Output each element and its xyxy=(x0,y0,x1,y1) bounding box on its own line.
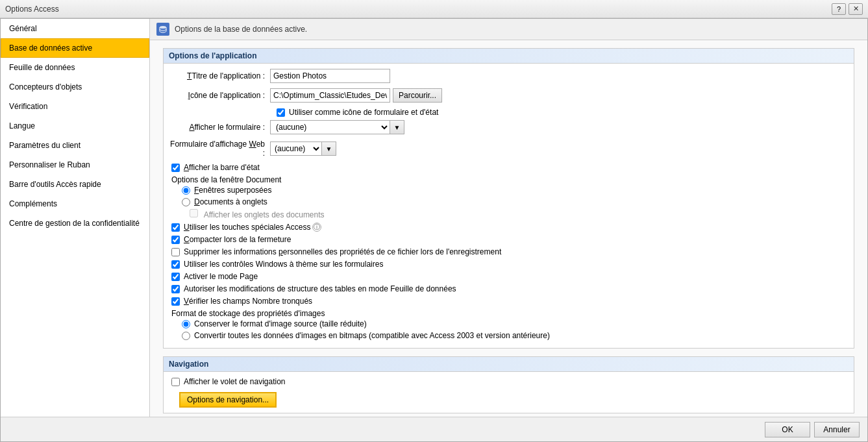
afficher-volet-label[interactable]: Afficher le volet de navigation xyxy=(184,377,286,386)
application-section-header: Options de l'application xyxy=(164,49,854,64)
documents-onglets-label[interactable]: Documents à onglets xyxy=(194,197,267,206)
fenetres-superposees-row: Fenêtres superposées xyxy=(182,186,851,195)
sidebar-item-general[interactable]: Général xyxy=(1,19,149,38)
fenetre-radios: Fenêtres superposées Documents à onglets xyxy=(166,186,851,206)
sidebar-item-concepteurs[interactable]: Concepteurs d'objets xyxy=(1,77,149,97)
main-panel: Options de la base de données active. Op… xyxy=(150,19,867,417)
touches-speciales-label[interactable]: Utiliser les touches spéciales Access xyxy=(184,223,310,232)
navigation-section-content: Afficher le volet de navigation Options … xyxy=(164,372,854,413)
utiliser-icone-label[interactable]: Utiliser comme icône de formulaire et d'… xyxy=(289,108,438,117)
touches-speciales-checkbox[interactable] xyxy=(171,223,180,232)
utiliser-icone-checkbox[interactable] xyxy=(277,108,285,117)
mode-page-label[interactable]: Activer le mode Page xyxy=(184,272,258,281)
mode-page-checkbox[interactable] xyxy=(171,273,180,281)
format-stockage-radios: Conserver le format d'image source (tail… xyxy=(166,319,851,340)
title-bar-controls: ? ✕ xyxy=(832,3,863,15)
barre-etat-row: Afficher la barre d'état xyxy=(166,163,851,172)
options-navigation-button[interactable]: Options de navigation... xyxy=(179,392,277,408)
documents-onglets-row: Documents à onglets xyxy=(182,197,851,206)
title-bar: Options Access ? ✕ xyxy=(0,0,868,18)
afficher-volet-checkbox[interactable] xyxy=(171,378,180,386)
parcourir-button[interactable]: Parcourir... xyxy=(393,88,442,103)
sidebar-item-langue[interactable]: Langue xyxy=(1,116,149,136)
formulaire-web-label: Formulaire d'affichage Web : xyxy=(166,140,270,158)
documents-onglets-radio[interactable] xyxy=(182,198,190,206)
controles-windows-label[interactable]: Utiliser les contrôles Windows à thème s… xyxy=(184,260,383,269)
icone-app-input[interactable] xyxy=(270,88,390,103)
navigation-section-header: Navigation xyxy=(164,357,854,372)
sidebar-item-complements[interactable]: Compléments xyxy=(1,194,149,214)
compacter-checkbox[interactable] xyxy=(171,236,180,244)
conserver-format-radio[interactable] xyxy=(182,320,190,328)
formulaire-web-dropdown-icon[interactable]: ▼ xyxy=(322,141,336,156)
verifier-champs-checkbox[interactable] xyxy=(171,297,180,306)
controles-windows-row: Utiliser les contrôles Windows à thème s… xyxy=(166,260,851,269)
ok-button[interactable]: OK xyxy=(765,422,810,437)
top-banner: Options de la base de données active. xyxy=(150,19,867,40)
compacter-row: Compacter lors de la fermeture xyxy=(166,235,851,244)
convertir-bitmap-row: Convertir toutes les données d'images en… xyxy=(182,331,851,340)
autoriser-modif-row: Autoriser les modifications de structure… xyxy=(166,284,851,293)
options-dialog: Général Base de données active Feuille d… xyxy=(0,18,868,442)
afficher-formulaire-select[interactable]: (aucune) xyxy=(270,120,390,134)
fenetre-document-label: Options de la fenêtre Document xyxy=(171,175,281,184)
fenetres-superposees-radio[interactable] xyxy=(182,186,190,195)
top-banner-text: Options de la base de données active. xyxy=(175,25,307,34)
sidebar-item-feuille-de-donnees[interactable]: Feuille de données xyxy=(1,58,149,77)
afficher-onglets-checkbox[interactable] xyxy=(190,209,198,217)
supprimer-info-label[interactable]: Supprimer les informations personnelles … xyxy=(184,247,501,256)
titre-app-label: TTitre de l'application : xyxy=(166,71,270,80)
convertir-bitmap-radio[interactable] xyxy=(182,332,190,340)
conserver-format-row: Conserver le format d'image source (tail… xyxy=(182,319,851,328)
panel-content: Options de l'application TTitre de l'app… xyxy=(150,40,867,417)
sidebar-item-parametres[interactable]: Paramètres du client xyxy=(1,136,149,155)
convertir-bitmap-label[interactable]: Convertir toutes les données d'images en… xyxy=(194,331,550,340)
afficher-formulaire-row: AAfficher le formulaire :fficher le form… xyxy=(166,120,851,134)
dialog-content: Général Base de données active Feuille d… xyxy=(1,19,867,417)
touches-speciales-row: Utiliser les touches spéciales Access ⓘ xyxy=(166,223,851,232)
afficher-volet-row: Afficher le volet de navigation xyxy=(166,377,851,386)
sidebar-item-personnaliser[interactable]: Personnaliser le Ruban xyxy=(1,155,149,175)
info-icon: ⓘ xyxy=(312,223,321,232)
utiliser-icone-row: Utiliser comme icône de formulaire et d'… xyxy=(166,108,851,117)
sidebar-item-centre-gestion[interactable]: Centre de gestion de la confidentialité xyxy=(1,214,149,233)
navigation-section: Navigation Afficher le volet de navigati… xyxy=(163,356,854,413)
cancel-button[interactable]: Annuler xyxy=(814,422,860,437)
supprimer-info-checkbox[interactable] xyxy=(171,248,180,256)
close-button[interactable]: ✕ xyxy=(849,3,863,15)
help-button[interactable]: ? xyxy=(832,3,846,15)
supprimer-info-row: Supprimer les informations personnelles … xyxy=(166,247,851,256)
fenetre-document-label-row: Options de la fenêtre Document xyxy=(166,175,851,184)
formulaire-web-select[interactable]: (aucune) xyxy=(270,141,322,156)
svg-point-0 xyxy=(160,26,166,29)
verifier-champs-label[interactable]: Vérifier les champs Nombre tronqués xyxy=(184,297,312,306)
database-icon xyxy=(156,23,169,36)
sidebar: Général Base de données active Feuille d… xyxy=(1,19,150,417)
format-stockage-label-row: Format de stockage des propriétés d'imag… xyxy=(166,309,851,318)
autoriser-modif-label[interactable]: Autoriser les modifications de structure… xyxy=(184,284,456,293)
icone-app-label: IcônIcône de l'application :e de l'appli… xyxy=(166,91,270,100)
barre-etat-checkbox[interactable] xyxy=(171,164,180,172)
title-bar-text: Options Access xyxy=(5,5,832,14)
barre-etat-label[interactable]: Afficher la barre d'état xyxy=(184,163,260,172)
conserver-format-label[interactable]: Conserver le format d'image source (tail… xyxy=(194,319,367,328)
dialog-footer: OK Annuler xyxy=(1,417,867,441)
controles-windows-checkbox[interactable] xyxy=(171,260,180,269)
sidebar-item-verification[interactable]: Vérification xyxy=(1,97,149,116)
titre-app-input[interactable] xyxy=(270,69,390,83)
format-stockage-label: Format de stockage des propriétés d'imag… xyxy=(171,309,325,318)
compacter-label[interactable]: Compacter lors de la fermeture xyxy=(184,235,291,244)
afficher-onglets-row: Afficher les onglets des documents xyxy=(166,209,851,219)
afficher-onglets-label: Afficher les onglets des documents xyxy=(204,210,325,219)
verifier-champs-row: Vérifier les champs Nombre tronqués xyxy=(166,297,851,306)
autoriser-modif-checkbox[interactable] xyxy=(171,285,180,293)
afficher-formulaire-dropdown-icon[interactable]: ▼ xyxy=(390,120,404,134)
sidebar-item-base-de-donnees[interactable]: Base de données active xyxy=(1,38,149,58)
sidebar-item-barre-outils[interactable]: Barre d'outils Accès rapide xyxy=(1,175,149,194)
application-section: Options de l'application TTitre de l'app… xyxy=(163,48,854,349)
titre-app-row: TTitre de l'application : xyxy=(166,69,851,83)
fenetres-superposees-label[interactable]: Fenêtres superposées xyxy=(194,186,271,195)
formulaire-web-select-wrap: (aucune) ▼ xyxy=(270,141,336,156)
application-section-content: TTitre de l'application : IcônIcône de l… xyxy=(164,64,854,348)
formulaire-web-row: Formulaire d'affichage Web : (aucune) ▼ xyxy=(166,140,851,158)
